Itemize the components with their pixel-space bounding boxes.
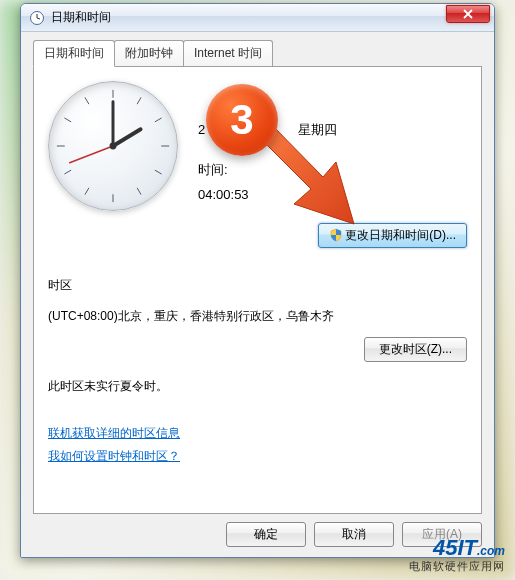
- online-info-link[interactable]: 联机获取详细的时区信息: [48, 425, 467, 442]
- content-area: 日期和时间 附加时钟 Internet 时间: [21, 32, 494, 557]
- date-display: 2 10 星期四: [198, 121, 337, 139]
- time-label: 时间:: [198, 161, 337, 179]
- timezone-name: (UTC+08:00)北京，重庆，香港特别行政区，乌鲁木齐: [48, 308, 467, 325]
- svg-line-11: [85, 188, 89, 195]
- watermark-logo: 45IT: [433, 535, 477, 560]
- svg-line-9: [155, 170, 162, 174]
- dst-note: 此时区未实行夏令时。: [48, 378, 467, 395]
- watermark-sub: 电脑软硬件应用网: [409, 559, 505, 574]
- time-display: 04:00:53: [198, 187, 337, 202]
- svg-line-17: [70, 146, 113, 163]
- change-timezone-button[interactable]: 更改时区(Z)...: [364, 337, 467, 362]
- ok-button[interactable]: 确定: [226, 522, 306, 547]
- shield-icon: [329, 228, 343, 242]
- svg-line-7: [137, 97, 141, 104]
- change-date-time-button[interactable]: 更改日期和时间(D)...: [318, 223, 467, 248]
- tab-panel: 2 10 星期四 时间: 04:00:53 更改日期和时间(D)...: [33, 66, 482, 514]
- tabs: 日期和时间 附加时钟 Internet 时间: [33, 40, 482, 66]
- svg-point-18: [110, 143, 117, 150]
- tab-additional-clock[interactable]: 附加时钟: [114, 40, 184, 66]
- watermark: 45IT.com 电脑软硬件应用网: [409, 537, 505, 574]
- analog-clock: [48, 81, 178, 211]
- timezone-label: 时区: [48, 277, 72, 294]
- svg-line-13: [64, 118, 71, 122]
- how-to-link[interactable]: 我如何设置时钟和时区？: [48, 448, 467, 465]
- watermark-dotcom: .com: [477, 544, 505, 558]
- tab-internet-time[interactable]: Internet 时间: [183, 40, 273, 66]
- change-date-time-label: 更改日期和时间(D)...: [345, 228, 456, 242]
- window-title: 日期和时间: [51, 9, 446, 26]
- tab-date-time[interactable]: 日期和时间: [33, 40, 115, 67]
- close-button[interactable]: [446, 5, 490, 23]
- svg-line-14: [85, 97, 89, 104]
- date-time-window: 日期和时间 日期和时间 附加时钟 Internet 时间: [20, 3, 495, 558]
- svg-line-8: [155, 118, 162, 122]
- titlebar[interactable]: 日期和时间: [21, 4, 494, 32]
- clock-icon: [29, 10, 45, 26]
- svg-line-15: [113, 129, 141, 146]
- svg-line-10: [137, 188, 141, 195]
- cancel-button[interactable]: 取消: [314, 522, 394, 547]
- svg-line-12: [64, 170, 71, 174]
